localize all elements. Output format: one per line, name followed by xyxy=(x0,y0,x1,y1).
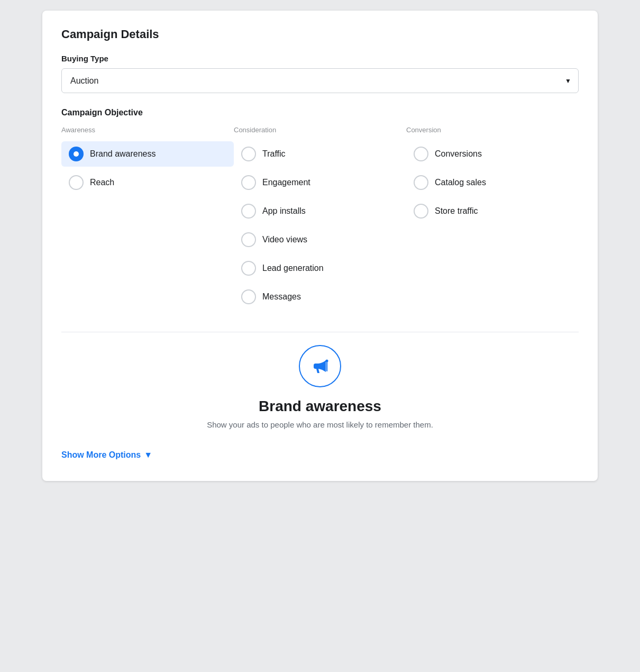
video-views-radio[interactable] xyxy=(241,232,256,247)
campaign-objective-label: Campaign Objective xyxy=(61,108,579,117)
svg-point-0 xyxy=(326,360,328,362)
app-installs-radio[interactable] xyxy=(241,204,256,219)
video-views-option[interactable]: Video views xyxy=(234,227,406,252)
lead-generation-option[interactable]: Lead generation xyxy=(234,256,406,281)
catalog-sales-label: Catalog sales xyxy=(435,178,486,187)
app-installs-label: App installs xyxy=(262,206,306,216)
catalog-sales-radio[interactable] xyxy=(414,175,428,190)
conversions-option[interactable]: Conversions xyxy=(406,141,579,167)
traffic-option[interactable]: Traffic xyxy=(234,141,406,167)
preview-title: Brand awareness xyxy=(259,398,381,415)
traffic-label: Traffic xyxy=(262,149,286,159)
store-traffic-radio[interactable] xyxy=(414,204,428,219)
messages-radio[interactable] xyxy=(241,289,256,304)
preview-section: Brand awareness Show your ads to people … xyxy=(61,332,579,446)
messages-option[interactable]: Messages xyxy=(234,284,406,310)
consideration-column: Consideration Traffic Engagement App ins… xyxy=(234,126,406,313)
lead-generation-label: Lead generation xyxy=(262,264,324,273)
buying-type-label: Buying Type xyxy=(61,54,579,63)
app-installs-option[interactable]: App installs xyxy=(234,198,406,224)
lead-generation-radio[interactable] xyxy=(241,261,256,276)
preview-description: Show your ads to people who are most lik… xyxy=(207,420,433,429)
catalog-sales-option[interactable]: Catalog sales xyxy=(406,170,579,195)
show-more-options-button[interactable]: Show More Options ▼ xyxy=(61,450,152,460)
brand-awareness-option[interactable]: Brand awareness xyxy=(61,141,234,167)
preview-icon-circle xyxy=(299,345,341,387)
brand-awareness-label: Brand awareness xyxy=(90,149,156,159)
awareness-column: Awareness Brand awareness Reach xyxy=(61,126,234,313)
brand-awareness-radio[interactable] xyxy=(69,147,84,161)
show-more-label: Show More Options xyxy=(61,450,141,460)
engagement-label: Engagement xyxy=(262,178,310,187)
megaphone-icon xyxy=(310,356,330,376)
campaign-card: Campaign Details Buying Type Auction Rea… xyxy=(42,11,598,481)
card-title: Campaign Details xyxy=(61,28,579,41)
reach-radio[interactable] xyxy=(69,175,84,190)
messages-label: Messages xyxy=(262,292,301,302)
consideration-header: Consideration xyxy=(234,126,406,134)
conversion-column: Conversion Conversions Catalog sales Sto… xyxy=(406,126,579,313)
traffic-radio[interactable] xyxy=(241,147,256,161)
conversion-header: Conversion xyxy=(406,126,579,134)
video-views-label: Video views xyxy=(262,235,307,244)
conversions-label: Conversions xyxy=(435,149,482,159)
store-traffic-option[interactable]: Store traffic xyxy=(406,198,579,224)
store-traffic-label: Store traffic xyxy=(435,206,478,216)
buying-type-select[interactable]: Auction Reach and Frequency xyxy=(61,68,579,93)
show-more-arrow-icon: ▼ xyxy=(144,450,152,460)
reach-label: Reach xyxy=(90,178,114,187)
reach-option[interactable]: Reach xyxy=(61,170,234,195)
engagement-radio[interactable] xyxy=(241,175,256,190)
buying-type-wrapper: Auction Reach and Frequency ▼ xyxy=(61,68,579,93)
awareness-header: Awareness xyxy=(61,126,234,134)
engagement-option[interactable]: Engagement xyxy=(234,170,406,195)
conversions-radio[interactable] xyxy=(414,147,428,161)
objective-columns: Awareness Brand awareness Reach Consider… xyxy=(61,126,579,313)
